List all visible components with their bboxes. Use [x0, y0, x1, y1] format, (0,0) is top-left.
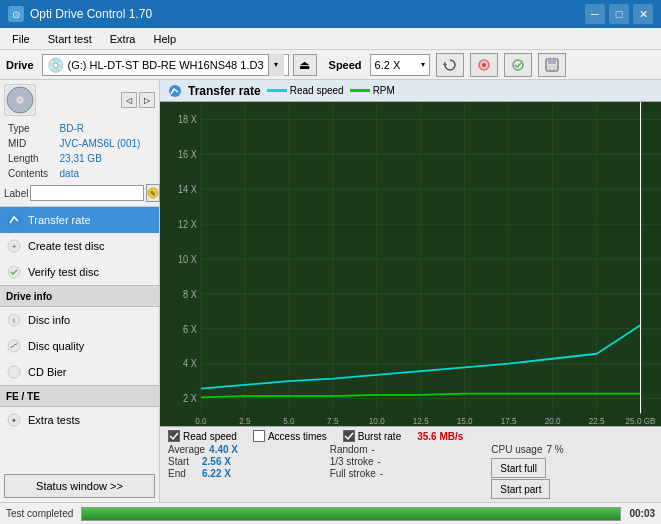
nav-disc-quality-label: Disc quality [28, 340, 84, 352]
legend-read-speed: Read speed [267, 85, 344, 96]
window-controls: ─ □ ✕ [585, 4, 653, 24]
svg-text:5.0: 5.0 [283, 415, 294, 426]
burn-icon [477, 58, 491, 72]
svg-text:2 X: 2 X [183, 392, 197, 404]
minimize-button[interactable]: ─ [585, 4, 605, 24]
svg-text:6 X: 6 X [183, 323, 197, 335]
checkbox-burst-rate[interactable]: Burst rate [343, 430, 401, 442]
svg-text:10.0: 10.0 [369, 415, 385, 426]
svg-text:18 X: 18 X [178, 113, 197, 125]
menu-help[interactable]: Help [145, 31, 184, 47]
svg-text:15.0: 15.0 [457, 415, 473, 426]
end-label: End [168, 468, 198, 479]
refresh-icon [443, 58, 457, 72]
eject-button[interactable]: ⏏ [293, 54, 317, 76]
save-button[interactable] [538, 53, 566, 77]
main-content: ◁ ▷ Type BD-R MID JVC-AMS6L (001) Length… [0, 80, 661, 502]
speed-value: 6.2 X [375, 59, 401, 71]
drive-name: (G:) HL-DT-ST BD-RE WH16NS48 1.D3 [68, 59, 264, 71]
cpu-value: 7 % [546, 444, 563, 455]
svg-rect-6 [548, 66, 556, 70]
maximize-button[interactable]: □ [609, 4, 629, 24]
save-icon [545, 58, 559, 72]
nav-disc-info-label: Disc info [28, 314, 70, 326]
burst-rate-value: 35.6 MB/s [417, 431, 463, 442]
chart-checkboxes: Read speed Access times Burst rate 35.6 … [168, 430, 653, 442]
disc-icon [4, 84, 36, 116]
speed-selector[interactable]: 6.2 X ▾ [370, 54, 430, 76]
status-window-button[interactable]: Status window >> [4, 474, 155, 498]
drive-dropdown-arrow[interactable]: ▾ [268, 54, 284, 76]
read-speed-checkbox[interactable] [168, 430, 180, 442]
menu-file[interactable]: File [4, 31, 38, 47]
start-full-button[interactable]: Start full [491, 458, 546, 478]
drive-selector[interactable]: 💿 (G:) HL-DT-ST BD-RE WH16NS48 1.D3 ▾ [42, 54, 289, 76]
contents-label: Contents [6, 167, 56, 180]
svg-rect-5 [548, 59, 556, 64]
svg-point-9 [18, 98, 22, 102]
nav-transfer-rate-label: Transfer rate [28, 214, 91, 226]
stat-group-random: Random - 1/3 stroke - Full stroke - [330, 444, 492, 499]
checkbox-read-speed[interactable]: Read speed [168, 430, 237, 442]
label-input[interactable] [30, 185, 144, 201]
svg-text:10 X: 10 X [178, 253, 197, 265]
svg-text:✎: ✎ [150, 190, 156, 197]
checkbox-access-times[interactable]: Access times [253, 430, 327, 442]
extra-tests-icon: ✦ [6, 412, 22, 428]
sidebar-nav: Transfer rate + Create test disc [0, 207, 159, 502]
content-area: Transfer rate Read speed RPM [160, 80, 661, 502]
nav-cd-bier-label: CD Bier [28, 366, 67, 378]
burn-button[interactable] [470, 53, 498, 77]
create-test-disc-icon: + [6, 238, 22, 254]
nav-extra-tests[interactable]: ✦ Extra tests [0, 407, 159, 433]
drive-toolbar: Drive 💿 (G:) HL-DT-ST BD-RE WH16NS48 1.D… [0, 50, 661, 80]
section-fe-te[interactable]: FE / TE [0, 385, 159, 407]
burst-rate-checkbox[interactable] [343, 430, 355, 442]
cpu-label: CPU usage [491, 444, 542, 455]
disc-info-icon: i [6, 312, 22, 328]
status-text: Test completed [6, 508, 73, 519]
nav-disc-info[interactable]: i Disc info [0, 307, 159, 333]
svg-text:12 X: 12 X [178, 218, 197, 230]
transfer-rate-icon [6, 212, 22, 228]
svg-point-22 [169, 85, 181, 97]
nav-create-test-disc[interactable]: + Create test disc [0, 233, 159, 259]
legend-rpm-color [350, 89, 370, 92]
nav-verify-test-disc[interactable]: Verify test disc [0, 259, 159, 285]
legend-rpm: RPM [350, 85, 395, 96]
nav-disc-quality[interactable]: Disc quality [0, 333, 159, 359]
svg-text:+: + [12, 242, 17, 251]
disc-next-button[interactable]: ▷ [139, 92, 155, 108]
refresh-button[interactable] [436, 53, 464, 77]
svg-text:14 X: 14 X [178, 183, 197, 195]
disc-info-table: Type BD-R MID JVC-AMS6L (001) Length 23,… [4, 120, 155, 182]
start-part-button[interactable]: Start part [491, 479, 550, 499]
average-label: Average [168, 444, 205, 455]
svg-point-12 [8, 214, 20, 226]
svg-text:i: i [13, 316, 15, 325]
menu-start-test[interactable]: Start test [40, 31, 100, 47]
label-edit-button[interactable]: ✎ [146, 184, 160, 202]
legend-read-speed-label: Read speed [290, 85, 344, 96]
svg-text:✦: ✦ [11, 417, 17, 424]
disc-prev-button[interactable]: ◁ [121, 92, 137, 108]
disc-quality-icon [6, 338, 22, 354]
nav-verify-test-disc-label: Verify test disc [28, 266, 99, 278]
access-times-checkbox[interactable] [253, 430, 265, 442]
svg-text:17.5: 17.5 [501, 415, 517, 426]
type-value: BD-R [58, 122, 153, 135]
verify-button[interactable] [504, 53, 532, 77]
nav-transfer-rate[interactable]: Transfer rate [0, 207, 159, 233]
svg-text:12.5: 12.5 [413, 415, 429, 426]
section-drive-info[interactable]: Drive info [0, 285, 159, 307]
app-icon: ⊙ [8, 6, 24, 22]
svg-text:8 X: 8 X [183, 288, 197, 300]
menu-extra[interactable]: Extra [102, 31, 144, 47]
sidebar: ◁ ▷ Type BD-R MID JVC-AMS6L (001) Length… [0, 80, 160, 502]
close-button[interactable]: ✕ [633, 4, 653, 24]
nav-cd-bier[interactable]: CD Bier [0, 359, 159, 385]
drive-label: Drive [6, 59, 34, 71]
access-times-checkbox-label: Access times [268, 431, 327, 442]
stat-group-cpu: CPU usage 7 % Start full Start part [491, 444, 653, 499]
stat-group-average: Average 4.40 X Start 2.56 X End 6.22 X [168, 444, 330, 499]
